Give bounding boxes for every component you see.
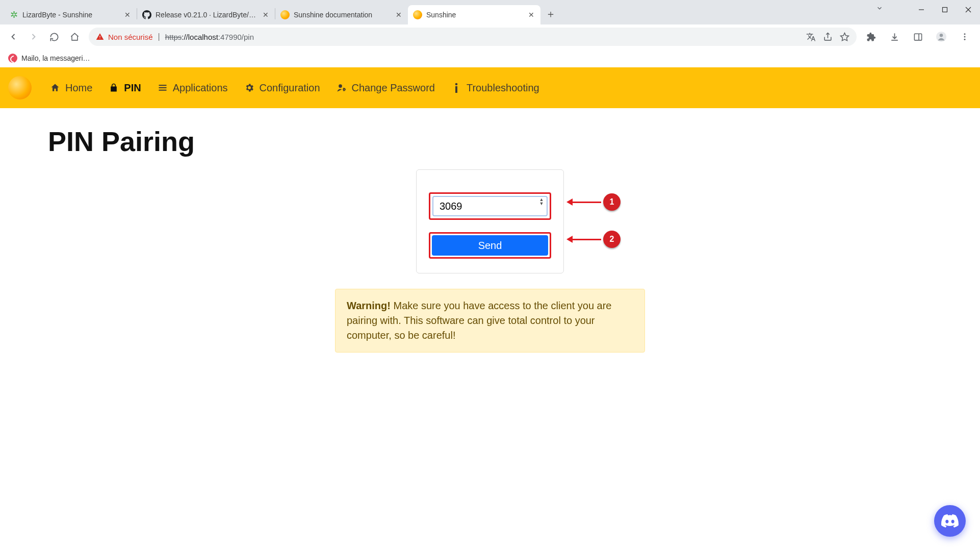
share-icon[interactable] [823, 32, 833, 42]
arrow-head-icon [566, 236, 573, 243]
nav-label: Home [65, 82, 92, 94]
tab-sunshine-docs[interactable]: Sunshine documentation ✕ [275, 5, 408, 24]
svg-marker-5 [841, 33, 849, 40]
send-button[interactable]: Send [432, 235, 548, 256]
tab-title: Sunshine [426, 11, 523, 19]
sidepanel-icon[interactable] [909, 28, 927, 46]
tab-lizardbyte[interactable]: ✲ LizardByte - Sunshine ✕ [4, 5, 137, 24]
send-button-highlight: Send [429, 232, 551, 259]
nav-pin[interactable]: PIN [101, 78, 148, 98]
svg-rect-6 [914, 34, 921, 40]
bookmark-star-icon[interactable] [840, 32, 849, 42]
nav-label: PIN [124, 82, 141, 94]
spinner-down-icon[interactable]: ▼ [538, 202, 545, 206]
sunshine-logo[interactable] [8, 76, 32, 99]
toolbar-right-cluster [862, 28, 976, 46]
discord-icon [941, 512, 959, 530]
svg-point-11 [964, 36, 966, 38]
annotation-badge: 2 [603, 231, 621, 248]
maximize-button[interactable] [933, 0, 957, 19]
svg-point-9 [940, 34, 943, 37]
nav-change-password[interactable]: Change Password [329, 78, 442, 98]
close-icon[interactable]: ✕ [395, 11, 403, 19]
alert-bold: Warning! [347, 300, 391, 311]
pin-input-highlight: ▲ ▼ [429, 192, 551, 220]
github-icon [142, 10, 151, 19]
svg-point-12 [964, 39, 966, 40]
nav-applications[interactable]: Applications [150, 78, 235, 98]
home-button-toolbar[interactable] [65, 28, 84, 46]
bookmark-label: Mailo, la messageri… [21, 54, 90, 62]
nav-label: Configuration [260, 82, 320, 94]
new-tab-button[interactable]: ＋ [544, 7, 558, 21]
sunshine-icon [413, 10, 422, 19]
gear-icon [244, 83, 254, 93]
list-icon [158, 83, 168, 93]
info-icon [451, 83, 461, 93]
home-icon [50, 83, 60, 93]
discord-fab[interactable] [934, 505, 966, 537]
lock-icon [109, 83, 119, 93]
annotation-badge: 1 [603, 193, 621, 211]
extensions-icon[interactable] [862, 28, 880, 46]
svg-point-10 [964, 33, 966, 35]
nav-label: Change Password [352, 82, 435, 94]
app-navbar: Home PIN Applications Configuration Chan… [0, 67, 980, 108]
annotation-arrow-2: 2 [566, 231, 621, 248]
pin-card: ▲ ▼ Send [416, 169, 564, 273]
svg-rect-15 [159, 90, 166, 91]
close-window-button[interactable] [957, 0, 980, 19]
url-text: https://localhost:47990/pin [165, 33, 254, 41]
svg-point-17 [343, 89, 345, 90]
lizard-icon: ✲ [9, 10, 18, 19]
svg-rect-1 [943, 8, 947, 12]
translate-icon[interactable] [806, 32, 816, 42]
pin-input[interactable] [432, 196, 548, 216]
tab-strip: ✲ LizardByte - Sunshine ✕ Release v0.21.… [0, 0, 980, 24]
sunshine-icon [280, 10, 290, 19]
svg-point-18 [455, 83, 458, 86]
bookmarks-bar: Mailo, la messageri… [0, 49, 980, 67]
browser-chrome: ✲ LizardByte - Sunshine ✕ Release v0.21.… [0, 0, 980, 67]
svg-rect-19 [455, 86, 457, 93]
tab-sunshine[interactable]: Sunshine ✕ [408, 5, 540, 24]
address-bar[interactable]: Non sécurisé | https://localhost:47990/p… [89, 28, 857, 46]
profile-avatar-icon[interactable] [932, 28, 950, 46]
tab-title: LizardByte - Sunshine [22, 11, 119, 19]
tabs-dropdown-icon[interactable] [876, 5, 883, 12]
annotation-arrow-1: 1 [566, 193, 621, 211]
close-icon[interactable]: ✕ [123, 11, 132, 19]
arrow-head-icon [566, 198, 573, 206]
warning-alert: Warning! Make sure you have access to th… [335, 289, 645, 353]
nav-configuration[interactable]: Configuration [237, 78, 327, 98]
downloads-icon[interactable] [885, 28, 904, 46]
minimize-button[interactable] [910, 0, 933, 19]
menu-kebab-icon[interactable] [956, 28, 974, 46]
svg-rect-13 [159, 85, 166, 86]
number-spinner: ▲ ▼ [538, 197, 545, 206]
page-title: PIN Pairing [48, 126, 932, 157]
omnibox-separator: | [158, 32, 160, 41]
window-controls [910, 0, 980, 19]
tab-github-release[interactable]: Release v0.21.0 · LizardByte/Sun ✕ [137, 5, 275, 24]
svg-point-16 [339, 84, 342, 88]
page-content: PIN Pairing ▲ ▼ Send 1 2 Warnin [0, 108, 980, 370]
close-icon[interactable]: ✕ [262, 11, 270, 19]
reload-button[interactable] [45, 28, 63, 46]
forward-button[interactable] [24, 28, 43, 46]
tab-title: Sunshine documentation [294, 11, 391, 19]
bookmark-mailo[interactable]: Mailo, la messageri… [8, 54, 90, 63]
nav-troubleshooting[interactable]: Troubleshooting [444, 78, 547, 98]
nav-label: Troubleshooting [467, 82, 539, 94]
user-gear-icon [337, 83, 347, 93]
browser-toolbar: Non sécurisé | https://localhost:47990/p… [0, 24, 980, 49]
close-icon[interactable]: ✕ [527, 11, 535, 19]
nav-home[interactable]: Home [43, 78, 99, 98]
tab-title: Release v0.21.0 · LizardByte/Sun [156, 11, 257, 19]
back-button[interactable] [4, 28, 22, 46]
insecure-label: Non sécurisé [108, 33, 153, 41]
warning-triangle-icon [96, 33, 104, 41]
svg-rect-14 [159, 87, 166, 88]
nav-label: Applications [173, 82, 228, 94]
mailo-icon [8, 54, 17, 63]
